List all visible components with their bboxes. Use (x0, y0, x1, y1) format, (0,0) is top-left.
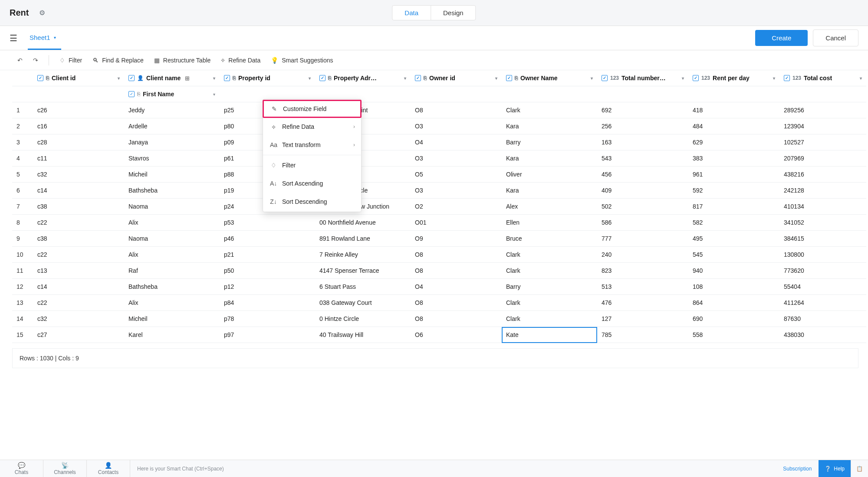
cell[interactable]: 341052 (779, 215, 866, 231)
cell[interactable]: Barry (502, 134, 597, 150)
cell[interactable]: 543 (597, 150, 688, 167)
cell[interactable]: O4 (411, 134, 502, 150)
cell[interactable]: 55404 (779, 279, 866, 295)
gear-icon[interactable]: ⚙ (39, 9, 45, 17)
cell[interactable]: 418 (688, 102, 779, 118)
expand-icon[interactable]: ⊞ (185, 75, 190, 82)
cell[interactable]: Alix (124, 215, 220, 231)
table-row[interactable]: 11c13Rafp504147 Spenser TerraceO8Clark82… (12, 263, 866, 279)
table-row[interactable]: 7c38Naomap2453 Park Meadow JunctionO2Ale… (12, 199, 866, 215)
cell[interactable]: 123904 (779, 118, 866, 134)
cell[interactable]: 502 (597, 199, 688, 215)
smart-chat-input[interactable]: Here is your Smart Chat (Ctrl+Space) (130, 466, 776, 472)
cell[interactable]: 240 (597, 247, 688, 263)
cell[interactable]: Janaya (124, 134, 220, 150)
menu-item[interactable]: ✎Customize Field (263, 100, 362, 118)
cell[interactable]: Clark (502, 263, 597, 279)
column-header[interactable]: ✓⎘Property Adr…▾ (315, 70, 411, 86)
cell[interactable]: c16 (33, 118, 124, 134)
checkbox-icon[interactable]: ✓ (224, 75, 230, 81)
cell[interactable]: 495 (688, 231, 779, 247)
cell[interactable]: 00 Northfield Avenue (315, 215, 411, 231)
chevron-down-icon[interactable]: ▾ (682, 76, 684, 81)
cell[interactable]: Clark (502, 102, 597, 118)
cell[interactable]: 207969 (779, 150, 866, 167)
checkbox-icon[interactable]: ✓ (128, 75, 135, 81)
cell[interactable]: 438030 (779, 327, 866, 343)
table-row[interactable]: 15c27Karelp9740 Trailsway HillO6Kate7855… (12, 327, 866, 343)
cell[interactable]: p12 (220, 279, 315, 295)
cell[interactable]: c27 (33, 327, 124, 343)
column-header[interactable]: ✓⎘Property id▾ (220, 70, 315, 86)
tab-data[interactable]: Data (392, 6, 431, 20)
checkbox-icon[interactable]: ✓ (506, 75, 512, 81)
cell[interactable]: 127 (597, 311, 688, 327)
chevron-down-icon[interactable]: ▾ (213, 92, 215, 97)
table-row[interactable]: 6c14Bathshebap1969 Cordelia CircleO3Kara… (12, 183, 866, 199)
cell[interactable]: Clark (502, 311, 597, 327)
cell[interactable]: 108 (688, 279, 779, 295)
cell[interactable]: 438216 (779, 167, 866, 183)
table-row[interactable]: 8c22Alixp5300 Northfield AvenueO01Ellen5… (12, 215, 866, 231)
cell[interactable]: Micheil (124, 311, 220, 327)
cell[interactable]: 940 (688, 263, 779, 279)
cell[interactable]: Alix (124, 247, 220, 263)
cell[interactable]: Kate (502, 327, 597, 343)
cell[interactable]: O3 (411, 118, 502, 134)
cell[interactable]: Raf (124, 263, 220, 279)
checkbox-icon[interactable]: ✓ (693, 75, 699, 81)
cell[interactable]: c22 (33, 215, 124, 231)
cell[interactable]: O8 (411, 295, 502, 311)
table-row[interactable]: 10c22Alixp217 Reinke AlleyO8Clark2405451… (12, 247, 866, 263)
menu-item[interactable]: Z↓Sort Descending (263, 193, 361, 211)
cell[interactable]: 690 (688, 311, 779, 327)
cell[interactable]: 384615 (779, 231, 866, 247)
menu-item[interactable]: AaText transform› (263, 136, 361, 154)
chevron-down-icon[interactable]: ▾ (495, 76, 497, 81)
cell[interactable]: c11 (33, 150, 124, 167)
cell[interactable]: 456 (597, 167, 688, 183)
cell[interactable]: 0 Hintze Circle (315, 311, 411, 327)
cell[interactable]: Bathsheba (124, 183, 220, 199)
cell[interactable]: c14 (33, 279, 124, 295)
cell[interactable]: O3 (411, 183, 502, 199)
table-row[interactable]: 14c32Micheilp780 Hintze CircleO8Clark127… (12, 311, 866, 327)
cell[interactable]: c32 (33, 311, 124, 327)
sheet-tab[interactable]: Sheet1 ▾ (28, 26, 61, 50)
cell[interactable]: 545 (688, 247, 779, 263)
column-header[interactable]: ✓⎘Client id▾ (33, 70, 124, 86)
cell[interactable]: c13 (33, 263, 124, 279)
cell[interactable]: O8 (411, 263, 502, 279)
cell[interactable]: 256 (597, 118, 688, 134)
cell[interactable]: 6 Stuart Pass (315, 279, 411, 295)
cell[interactable]: Ardelle (124, 118, 220, 134)
menu-item[interactable]: ♢Filter (263, 156, 361, 174)
table-row[interactable]: 12c14Bathshebap126 Stuart PassO4Barry513… (12, 279, 866, 295)
cell[interactable]: O8 (411, 311, 502, 327)
table-row[interactable]: 1c26Jeddyp25…pendence PointO8Clark692418… (12, 102, 866, 118)
menu-item[interactable]: ⟡Refine Data› (263, 118, 361, 136)
cell[interactable]: 586 (597, 215, 688, 231)
table-row[interactable]: 2c16Ardellep80…ort PlaceO3Kara2564841239… (12, 118, 866, 134)
cell[interactable]: Kara (502, 183, 597, 199)
cell[interactable]: 411264 (779, 295, 866, 311)
column-header[interactable]: ✓123Total cost▾ (779, 70, 866, 86)
cell[interactable]: 823 (597, 263, 688, 279)
cell[interactable]: Jeddy (124, 102, 220, 118)
cell[interactable]: Ellen (502, 215, 597, 231)
cell[interactable]: Micheil (124, 167, 220, 183)
cell[interactable]: 242128 (779, 183, 866, 199)
chevron-down-icon[interactable]: ▾ (860, 76, 862, 81)
checkbox-icon[interactable]: ✓ (37, 75, 43, 81)
chevron-down-icon[interactable]: ▾ (118, 76, 120, 81)
cell[interactable]: Bruce (502, 231, 597, 247)
cell[interactable]: Karel (124, 327, 220, 343)
cell[interactable]: c22 (33, 295, 124, 311)
menu-item[interactable]: A↓Sort Ascending (263, 174, 361, 193)
chevron-down-icon[interactable]: ▾ (213, 76, 215, 81)
cell[interactable]: 289256 (779, 102, 866, 118)
redo-button[interactable]: ↷ (33, 57, 38, 64)
chevron-down-icon[interactable]: ▾ (591, 76, 593, 81)
cell[interactable]: 582 (688, 215, 779, 231)
tab-design[interactable]: Design (431, 6, 476, 20)
